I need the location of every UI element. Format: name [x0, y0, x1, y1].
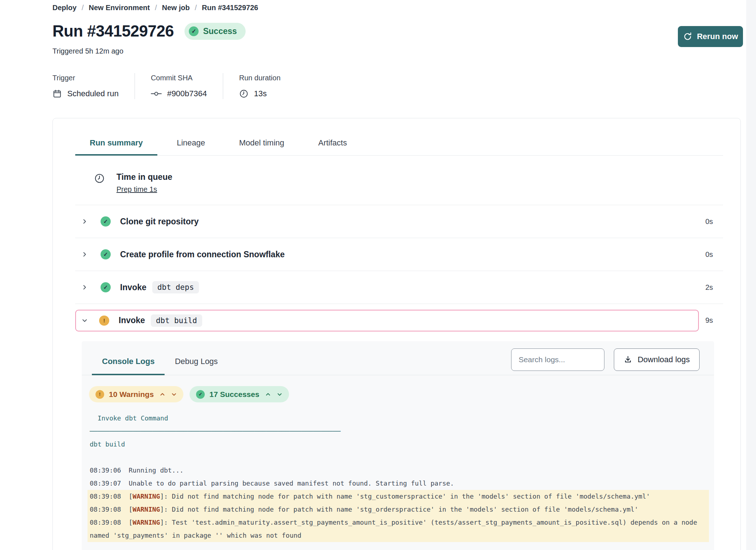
success-check-icon: ✓	[101, 216, 111, 227]
page-title: Run #341529726	[52, 21, 174, 41]
log-line: Invoke dbt Command	[88, 412, 709, 425]
step-duration: 2s	[705, 283, 713, 292]
breadcrumb-separator: /	[82, 3, 84, 12]
log-warning-line: 08:39:08[WARNING]:Did not find matching …	[88, 490, 709, 503]
rerun-now-button[interactable]: Rerun now	[678, 26, 743, 47]
commit-meta: Commit SHA #900b7364	[135, 73, 223, 99]
breadcrumb-new-environment[interactable]: New Environment	[89, 3, 150, 12]
log-divider-line: ────────────────────────────────────────…	[88, 425, 709, 438]
breadcrumb-current-run: Run #341529726	[202, 3, 258, 12]
log-line: dbt build	[88, 438, 709, 451]
step-name: Invoke	[119, 316, 145, 325]
warning-prefix: [WARNING]:	[129, 505, 168, 513]
duration-meta: Run duration 13s	[223, 73, 297, 99]
log-message: Unable to do partial parsing because sav…	[129, 479, 454, 487]
tab-run-summary[interactable]: Run summary	[75, 138, 157, 156]
warning-exclamation-icon: !	[99, 316, 109, 326]
tab-console-logs[interactable]: Console Logs	[92, 356, 165, 375]
rerun-now-label: Rerun now	[697, 32, 738, 41]
log-message: Test 'test.admin_maturity.assert_stg_pay…	[90, 519, 701, 539]
chevron-down-icon[interactable]	[82, 318, 88, 323]
commit-sha-value[interactable]: #900b7364	[167, 88, 207, 99]
step-clone-git-repository[interactable]: ✓ Clone git repository 0s	[75, 205, 723, 238]
commit-icon	[151, 91, 162, 97]
success-check-icon: ✓	[101, 282, 111, 292]
breadcrumb-deploy[interactable]: Deploy	[52, 3, 77, 12]
step-invoke-dbt-deps[interactable]: ✓ Invoke dbt deps 2s	[75, 271, 723, 304]
console-log-output[interactable]: Invoke dbt Command ─────────────────────…	[82, 412, 714, 542]
step-command-chip: dbt build	[151, 314, 202, 327]
run-tabs: Run summary Lineage Model timing Artifac…	[75, 138, 723, 156]
clock-icon	[94, 173, 105, 194]
next-success-chevron-down-icon[interactable]	[277, 392, 283, 397]
step-duration: 0s	[705, 250, 713, 259]
success-check-icon: ✓	[101, 249, 111, 259]
prev-warning-chevron-up-icon[interactable]	[160, 392, 165, 397]
log-timestamp: 08:39:06	[90, 466, 121, 474]
refresh-icon	[683, 32, 692, 41]
tab-lineage[interactable]: Lineage	[162, 138, 220, 155]
log-blank-line	[88, 451, 709, 464]
warnings-count-label: 10 Warnings	[109, 390, 154, 399]
log-warning-line: 08:39:08[WARNING]:Test 'test.admin_matur…	[88, 516, 709, 542]
log-message: Did not find matching node for patch wit…	[172, 492, 650, 500]
duration-value: 13s	[254, 88, 267, 99]
time-in-queue-section: Time in queue Prep time 1s	[75, 156, 723, 205]
success-check-icon: ✓	[196, 390, 205, 399]
log-timestamp: 08:39:07	[90, 479, 121, 487]
step-invoke-dbt-build[interactable]: ! Invoke dbt build	[75, 310, 699, 331]
successes-count-label: 17 Successes	[209, 390, 259, 399]
step-duration: 0s	[705, 217, 713, 226]
commit-label: Commit SHA	[151, 73, 207, 82]
run-summary-card: Run summary Lineage Model timing Artifac…	[52, 118, 741, 550]
tab-model-timing[interactable]: Model timing	[225, 138, 299, 155]
status-badge: ✓ Success	[184, 23, 245, 40]
download-icon	[624, 355, 632, 364]
clock-icon	[239, 89, 249, 98]
breadcrumb-separator: /	[155, 3, 157, 12]
trigger-value: Scheduled run	[67, 88, 119, 99]
duration-label: Run duration	[239, 73, 281, 82]
trigger-label: Trigger	[52, 73, 119, 82]
run-detail-page: Deploy / New Environment / New job / Run…	[52, 0, 741, 550]
log-warning-line: 08:39:08[WARNING]:Did not find matching …	[88, 503, 709, 516]
search-logs-input[interactable]	[511, 348, 604, 371]
successes-badge: ✓ 17 Successes	[190, 386, 289, 402]
calendar-icon	[52, 89, 62, 98]
next-warning-chevron-down-icon[interactable]	[171, 392, 177, 397]
step-command-chip: dbt deps	[152, 281, 199, 293]
download-logs-label: Download logs	[638, 355, 690, 364]
log-line: 08:39:06Running dbt...	[88, 464, 709, 477]
scrollbar-track[interactable]	[746, 0, 756, 550]
step-create-profile[interactable]: ✓ Create profile from connection Snowfla…	[75, 238, 723, 271]
prep-time-link[interactable]: Prep time 1s	[116, 185, 157, 194]
run-metadata: Trigger Scheduled run Commit SHA #900b73…	[52, 73, 741, 99]
warning-prefix: [WARNING]:	[129, 492, 168, 500]
download-logs-button[interactable]: Download logs	[614, 348, 700, 371]
warning-prefix: [WARNING]:	[129, 519, 168, 526]
check-circle-icon: ✓	[189, 26, 199, 36]
prev-success-chevron-up-icon[interactable]	[265, 392, 271, 397]
tab-debug-logs[interactable]: Debug Logs	[165, 356, 228, 375]
step-name: Invoke	[120, 283, 146, 292]
log-tabs: Console Logs Debug Logs	[92, 356, 228, 375]
warning-exclamation-icon: !	[95, 390, 104, 399]
step-invoke-dbt-build-row: ! Invoke dbt build 9s	[75, 304, 723, 337]
trigger-meta: Trigger Scheduled run	[52, 73, 135, 99]
step-name: Create profile from connection Snowflake	[120, 250, 285, 259]
triggered-timestamp: Triggered 5h 12m ago	[52, 46, 741, 56]
chevron-right-icon[interactable]	[82, 219, 88, 224]
log-timestamp: 08:39:08	[90, 519, 121, 526]
breadcrumb-new-job[interactable]: New job	[162, 3, 190, 12]
log-line: 08:39:07Unable to do partial parsing bec…	[88, 477, 709, 490]
tab-artifacts[interactable]: Artifacts	[304, 138, 361, 155]
log-timestamp: 08:39:08	[90, 492, 121, 500]
breadcrumb-separator: /	[195, 3, 197, 12]
chevron-right-icon[interactable]	[82, 284, 88, 290]
log-timestamp: 08:39:08	[90, 505, 121, 513]
time-in-queue-title: Time in queue	[116, 172, 172, 182]
breadcrumb: Deploy / New Environment / New job / Run…	[52, 3, 741, 12]
warnings-badge: ! 10 Warnings	[89, 386, 183, 402]
chevron-right-icon[interactable]	[82, 251, 88, 257]
log-panel: Console Logs Debug Logs Download logs	[82, 341, 714, 550]
